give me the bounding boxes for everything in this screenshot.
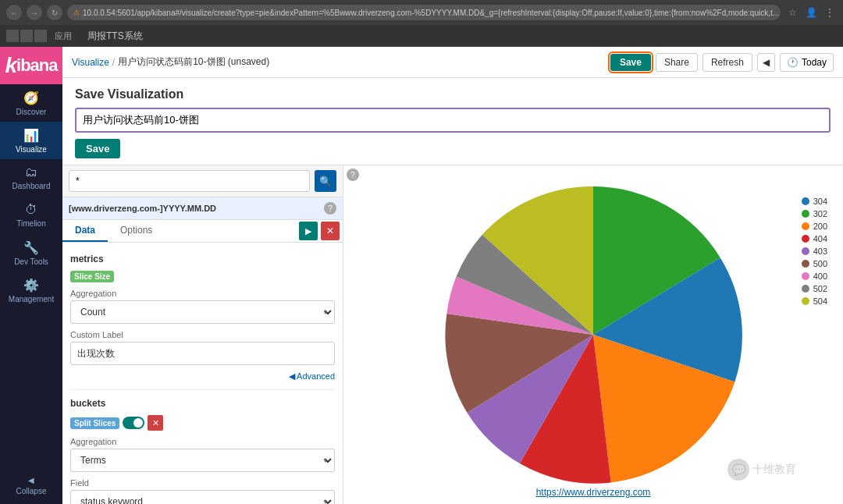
- legend-dot-400: [802, 272, 809, 280]
- refresh-button[interactable]: Refresh: [702, 53, 752, 72]
- legend-label-500: 500: [813, 259, 827, 268]
- legend-item-502: 502: [802, 284, 827, 293]
- legend-label-403: 403: [813, 247, 827, 256]
- legend-label-504: 504: [813, 296, 827, 306]
- custom-label-label: Custom Label: [70, 330, 335, 339]
- compass-icon: 🧭: [23, 91, 39, 105]
- buckets-section-header: buckets: [70, 398, 335, 409]
- sidebar-item-visualize[interactable]: 📊 Visualize: [0, 122, 62, 159]
- system-label: 周报TTS系统: [87, 30, 143, 43]
- section-divider: [70, 389, 335, 390]
- breadcrumb-separator: /: [112, 57, 115, 68]
- breadcrumb-page-title: 用户访问状态码前10-饼图 (unsaved): [118, 55, 269, 69]
- tab-options[interactable]: Options: [108, 220, 165, 242]
- sidebar-item-devtools[interactable]: 🔧 Dev Tools: [0, 234, 62, 272]
- main-layout: kibana 🧭 Discover 📊 Visualize 🗂 Dashboar…: [0, 47, 843, 504]
- breadcrumb: Visualize / 用户访问状态码前10-饼图 (unsaved): [72, 55, 269, 69]
- search-bar: 🔍: [62, 165, 343, 197]
- run-button[interactable]: ▶: [299, 222, 318, 240]
- content-area: Visualize / 用户访问状态码前10-饼图 (unsaved) Save…: [62, 47, 843, 504]
- reload-btn[interactable]: ↻: [47, 5, 62, 20]
- field-label: Field: [70, 478, 335, 488]
- app-bar: 应用 周报TTS系统: [0, 25, 843, 47]
- share-button[interactable]: Share: [656, 53, 698, 72]
- legend-item-304: 304: [802, 197, 827, 206]
- help-icon[interactable]: ?: [324, 202, 336, 215]
- legend-item-302: 302: [802, 209, 827, 218]
- sidebar-devtools-label: Dev Tools: [14, 257, 48, 266]
- back-btn[interactable]: ←: [6, 5, 22, 20]
- app-grid: [6, 30, 48, 42]
- bottom-url[interactable]: https://www.driverzeng.com: [536, 487, 651, 498]
- metrics-advanced-link[interactable]: ◀ Advanced: [70, 371, 335, 382]
- aggregation-select[interactable]: Count: [70, 300, 335, 324]
- save-button[interactable]: Save: [610, 54, 651, 71]
- viz-container: ?: [343, 165, 843, 504]
- legend-item-403: 403: [802, 247, 827, 256]
- menu-icon[interactable]: ⋮: [823, 5, 837, 20]
- sidebar-item-management[interactable]: ⚙️ Management: [0, 272, 62, 309]
- workspace: 🔍 [www.driverzeng.com-]YYYY.MM.DD ? Data…: [62, 165, 843, 504]
- forward-btn[interactable]: →: [27, 5, 42, 20]
- clock-icon: 🕐: [787, 57, 799, 68]
- time-picker[interactable]: 🕐 Today: [780, 53, 834, 72]
- field-select[interactable]: status.keyword: [70, 490, 335, 504]
- sidebar-discover-label: Discover: [16, 108, 47, 116]
- bucket-aggregation-select-wrapper: Terms: [70, 449, 335, 472]
- sidebar-item-discover[interactable]: 🧭 Discover: [0, 84, 62, 122]
- legend-item-504: 504: [802, 296, 827, 306]
- top-header: Visualize / 用户访问状态码前10-饼图 (unsaved) Save…: [62, 47, 843, 78]
- bucket-aggregation-select[interactable]: Terms: [70, 449, 335, 472]
- legend-label-502: 502: [813, 284, 827, 293]
- left-panel: 🔍 [www.driverzeng.com-]YYYY.MM.DD ? Data…: [62, 165, 343, 504]
- panel-content: metrics Slice Size Aggregation Count Cus…: [62, 243, 343, 504]
- url-bar[interactable]: ⚠ 10.0.0.54:5601/app/kibana#/visualize/c…: [67, 5, 781, 20]
- browser-bar: ← → ↻ ⚠ 10.0.0.54:5601/app/kibana#/visua…: [0, 0, 843, 25]
- search-button[interactable]: 🔍: [315, 170, 336, 192]
- devtools-icon: 🔧: [23, 240, 39, 255]
- search-input[interactable]: [69, 170, 310, 192]
- tab-data[interactable]: Data: [62, 220, 108, 242]
- panel-tabs: Data Options ▶ ✕: [62, 220, 343, 243]
- collapse-icon: ◀: [28, 476, 34, 484]
- legend-item-500: 500: [802, 259, 827, 268]
- dashboard-icon: 🗂: [25, 165, 37, 179]
- watermark-text: 十维教育: [752, 463, 796, 477]
- metric-badge: Slice Size: [70, 271, 114, 282]
- legend-dot-502: [802, 285, 809, 293]
- close-panel-button[interactable]: ✕: [321, 222, 340, 240]
- legend-dot-504: [802, 297, 809, 305]
- kibana-logo[interactable]: kibana: [0, 47, 62, 84]
- save-name-input[interactable]: [75, 108, 831, 133]
- bookmark-icon[interactable]: ☆: [785, 5, 799, 20]
- chart-icon: 📊: [23, 128, 39, 143]
- toggle-button[interactable]: [123, 417, 144, 429]
- field-select-wrapper: status.keyword: [70, 490, 335, 504]
- bucket-aggregation-label: Aggregation: [70, 437, 335, 446]
- legend-dot-403: [802, 247, 809, 255]
- sidebar-timelion-label: Timelion: [16, 219, 45, 228]
- sidebar-management-label: Management: [9, 295, 54, 303]
- aggregation-select-wrapper: Count: [70, 300, 335, 324]
- save-modal-button[interactable]: Save: [75, 139, 120, 158]
- breadcrumb-visualize[interactable]: Visualize: [72, 57, 109, 68]
- save-modal-title: Save Visualization: [75, 87, 831, 101]
- timelion-icon: ⏱: [25, 203, 37, 217]
- sidebar-item-dashboard[interactable]: 🗂 Dashboard: [0, 159, 62, 197]
- sidebar-visualize-label: Visualize: [16, 145, 47, 154]
- apps-label: 应用: [55, 30, 72, 42]
- legend-label-200: 200: [813, 222, 827, 231]
- bucket-row: Split Slices ✕: [70, 415, 335, 431]
- sidebar-item-timelion[interactable]: ⏱ Timelion: [0, 197, 62, 234]
- watermark-icon: 💬: [727, 459, 749, 481]
- sidebar-item-collapse[interactable]: ◀ Collapse: [0, 467, 62, 504]
- metrics-section-header: metrics: [70, 254, 335, 264]
- custom-label-input[interactable]: [70, 342, 335, 365]
- viz-help-icon[interactable]: ?: [347, 169, 359, 181]
- legend-dot-500: [802, 260, 809, 268]
- profile-icon[interactable]: 👤: [804, 5, 818, 20]
- header-actions: Save Share Refresh ◀ 🕐 Today: [610, 53, 834, 72]
- delete-bucket-button[interactable]: ✕: [148, 415, 163, 431]
- nav-prev-button[interactable]: ◀: [757, 53, 775, 72]
- sidebar-collapse-label: Collapse: [16, 487, 47, 495]
